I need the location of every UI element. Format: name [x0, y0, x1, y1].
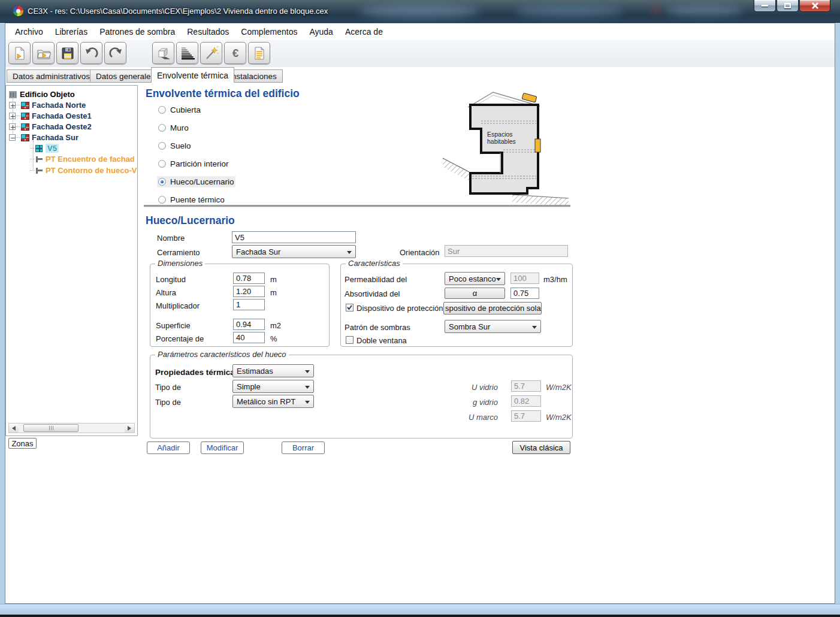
tree-item-pt-encuentro-de-fachada[interactable]: PT Encuentro de fachad [30, 154, 135, 164]
maximize-button[interactable] [776, 0, 799, 12]
g-vidrio-label: g vidrio [444, 398, 498, 407]
modificar-button[interactable]: Modificar [201, 441, 244, 454]
permeabilidad-label: Permeabilidad del [345, 275, 407, 284]
facade-icon [21, 113, 29, 120]
minimize-icon [762, 5, 768, 7]
altura-input[interactable] [233, 286, 265, 297]
facade-icon [21, 123, 29, 131]
nombre-input[interactable] [232, 231, 356, 243]
patron-sombras-label: Patrón de sombras [345, 323, 410, 332]
energy-rating-button[interactable] [176, 42, 198, 64]
vista-clasica-button[interactable]: Vista clásica [512, 441, 570, 454]
tipo-vidrio-select[interactable]: Simple [232, 380, 314, 393]
tab-datos-generales[interactable]: Datos generales [90, 69, 161, 83]
redo-button[interactable] [104, 42, 126, 64]
dispositivo-checkbox[interactable] [346, 304, 353, 311]
superficie-input[interactable] [233, 319, 265, 330]
window-bottom-border [0, 604, 840, 615]
radio-icon [158, 106, 166, 114]
wizard-button[interactable] [200, 42, 222, 64]
tree-item-fachada-oeste2[interactable]: Fachada Oeste2 [9, 122, 92, 132]
radio-puente-termico[interactable]: Puente térmico [157, 194, 228, 205]
longitud-input[interactable] [233, 273, 265, 284]
patron-sombras-select[interactable]: Sombra Sur [445, 320, 541, 333]
expand-plus-icon[interactable] [9, 113, 16, 119]
u-marco-unit: W/m2K [546, 413, 572, 422]
building-tree-panel: Edificio Objeto Fachada Norte Fachada Oe… [5, 85, 138, 436]
menu-acerca-de[interactable]: Acerca de [339, 25, 389, 38]
hueco-section-title: Hueco/Lucernario [146, 214, 235, 227]
scroll-right-arrow[interactable] [125, 424, 134, 432]
expand-plus-icon[interactable] [9, 123, 16, 130]
tab-envolvente-termica[interactable]: Envolvente térmica [151, 67, 234, 83]
expand-plus-icon[interactable] [9, 102, 16, 108]
orientacion-label: Orientación [400, 248, 439, 257]
undo-icon [84, 46, 99, 61]
u-vidrio-input [511, 380, 541, 392]
menu-librerias[interactable]: Librerías [49, 25, 93, 38]
tab-datos-administrativos[interactable]: Datos administrativos [7, 69, 96, 83]
multiplicador-input[interactable] [233, 299, 265, 310]
tree-connector [16, 137, 20, 138]
zonas-button[interactable]: Zonas [8, 438, 37, 449]
tree-root-edificio-objeto[interactable]: Edificio Objeto [9, 89, 75, 99]
radio-suelo[interactable]: Suelo [157, 140, 195, 152]
new-file-button[interactable] [8, 42, 31, 64]
energy-rating-icon [180, 46, 195, 61]
selected-tree-label: V5 [46, 144, 59, 153]
scroll-left-arrow[interactable] [9, 424, 19, 432]
menu-ayuda[interactable]: Ayuda [303, 25, 339, 38]
titlebar-glass-artifact [653, 7, 659, 13]
save-button[interactable] [56, 42, 78, 64]
dispositivo-proteccion-solar-button[interactable]: spositivo de protección sola [443, 302, 542, 314]
tree-item-fachada-oeste1[interactable]: Fachada Oeste1 [9, 111, 92, 121]
longitud-label: Longitud [156, 275, 186, 284]
porcentaje-input[interactable] [233, 332, 265, 343]
radio-muro[interactable]: Muro [157, 122, 192, 134]
radio-particion-interior[interactable]: Partición interior [157, 158, 232, 170]
menu-archivo[interactable]: Archivo [9, 25, 49, 38]
tree-horizontal-scrollbar[interactable] [8, 423, 135, 433]
shadow-patterns-icon [156, 46, 171, 61]
multiplicador-label: Multiplicador [156, 301, 200, 310]
radio-hueco-lucernario[interactable]: Hueco/Lucernario [157, 176, 235, 187]
thermal-bridge-icon [35, 167, 43, 174]
caracteristicas-fieldset: Características Permeabilidad del Poco e… [340, 264, 573, 347]
close-button[interactable] [799, 0, 830, 12]
facade-icon [21, 102, 29, 109]
radio-cubierta[interactable]: Cubierta [157, 104, 204, 116]
open-file-button[interactable] [32, 42, 55, 64]
wizard-wand-icon [204, 46, 219, 61]
absortividad-input[interactable] [510, 288, 539, 299]
application-window: CE3X - res: C:\Users\Casa\Documents\CEX\… [0, 0, 840, 617]
titlebar-glass-artifact [359, 5, 479, 18]
absortividad-alpha-button[interactable]: α [445, 288, 505, 299]
doble-ventana-checkbox[interactable] [346, 336, 353, 344]
tree-item-v5[interactable]: V5 [30, 143, 59, 153]
wall-window-marker [535, 139, 540, 152]
propiedades-termicas-select[interactable]: Estimadas [232, 364, 314, 377]
tree-item-pt-contorno-de-hueco[interactable]: PT Contorno de hueco-V [30, 165, 137, 176]
minimize-button[interactable] [754, 0, 776, 12]
scrollbar-thumb[interactable] [23, 424, 78, 432]
permeabilidad-select[interactable]: Poco estanco [445, 272, 505, 285]
tipo-marco-select[interactable]: Metálico sin RPT [232, 395, 314, 408]
dimensiones-legend: Dimensiones [155, 259, 205, 268]
economic-analysis-button[interactable]: € [224, 42, 246, 64]
menu-resultados[interactable]: Resultados [181, 25, 235, 38]
undo-button[interactable] [80, 42, 102, 64]
cerramiento-select[interactable]: Fachada Sur [232, 245, 356, 258]
tree-item-fachada-sur[interactable]: Fachada Sur [9, 132, 78, 143]
window-title: CE3X - res: C:\Users\Casa\Documents\CEX\… [28, 7, 328, 16]
report-button[interactable] [248, 42, 270, 64]
tree-connector [30, 170, 34, 171]
menu-patrones-de-sombra[interactable]: Patrones de sombra [93, 25, 181, 38]
borrar-button[interactable]: Borrar [282, 441, 325, 454]
anadir-button[interactable]: Añadir [147, 441, 190, 454]
tree-item-fachada-norte[interactable]: Fachada Norte [9, 100, 86, 110]
parametros-legend: Parámetros característicos del hueco [155, 350, 289, 359]
shadow-patterns-button[interactable] [152, 42, 174, 64]
menu-complementos[interactable]: Complementos [235, 25, 303, 38]
collapse-minus-icon[interactable] [9, 134, 16, 141]
report-icon [252, 46, 267, 61]
